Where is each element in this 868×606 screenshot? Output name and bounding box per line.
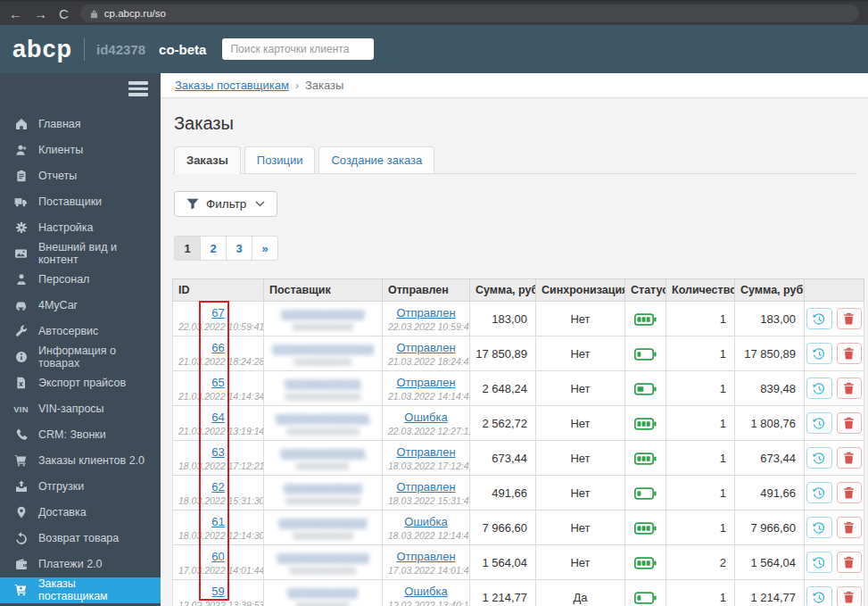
- breadcrumb-link-supplier-orders[interactable]: Заказы поставщикам: [175, 79, 289, 92]
- tab-создание-заказа[interactable]: Создание заказа: [318, 146, 434, 174]
- history-button[interactable]: [806, 308, 832, 329]
- order-id-link[interactable]: 64: [211, 411, 224, 424]
- sidebar-item-vin[interactable]: VINVIN-запросы: [0, 396, 161, 422]
- page-button-2[interactable]: 2: [200, 236, 227, 261]
- delete-button[interactable]: [837, 447, 863, 469]
- filter-button[interactable]: Фильтр: [174, 191, 277, 217]
- reload-icon[interactable]: C: [59, 7, 69, 21]
- sidebar-item-supplier-orders[interactable]: Заказы поставщикам: [0, 577, 161, 603]
- sidebar-item-label: Экспорт прайсов: [38, 377, 126, 389]
- sent-status-link[interactable]: Ошибка: [404, 585, 447, 598]
- sidebar-item-returns[interactable]: Возврат товара: [0, 526, 161, 552]
- order-id-link[interactable]: 63: [211, 445, 224, 459]
- supplier-cell: [264, 545, 383, 580]
- table-row: 6118.03.2022 12:14:30Ошибка18.03.2022 12…: [173, 511, 864, 545]
- sidebar-item-autoservice[interactable]: Автосервис: [0, 319, 161, 345]
- history-button[interactable]: [806, 586, 832, 606]
- sidebar-item-appearance[interactable]: Внешний вид и контент: [0, 241, 161, 267]
- sidebar-item-phone[interactable]: CRM: Звонки: [0, 422, 161, 448]
- history-button[interactable]: [806, 482, 832, 503]
- sync-value: Нет: [536, 371, 625, 406]
- history-button[interactable]: [806, 447, 832, 469]
- history-button[interactable]: [806, 343, 832, 364]
- delete-button[interactable]: [837, 378, 863, 399]
- history-button[interactable]: [806, 378, 832, 399]
- blurred-supplier-name: [287, 588, 358, 599]
- blurred-supplier-name: [277, 553, 368, 564]
- history-button[interactable]: [806, 552, 832, 573]
- delete-button[interactable]: [837, 586, 863, 606]
- delete-button[interactable]: [837, 482, 863, 503]
- battery-status-icon: [625, 476, 666, 511]
- order-id-link[interactable]: 67: [211, 306, 224, 320]
- sidebar-item-staff[interactable]: Персонал: [0, 267, 161, 293]
- order-id-link[interactable]: 59: [211, 585, 224, 598]
- order-id-link[interactable]: 65: [211, 376, 224, 389]
- order-id-link[interactable]: 60: [211, 550, 224, 563]
- sidebar-item-clients[interactable]: Клиенты: [0, 137, 161, 163]
- sent-status-link[interactable]: Отправлен: [396, 376, 455, 389]
- order-amount: 2 562,72: [470, 406, 536, 441]
- sent-status-link[interactable]: Отправлен: [396, 341, 455, 354]
- blurred-supplier-detail: [292, 323, 354, 331]
- delete-button[interactable]: [837, 343, 863, 364]
- blurred-supplier-name: [276, 414, 370, 425]
- appearance-icon: [13, 247, 29, 260]
- sidebar-item-label: Платежи 2.0: [38, 558, 103, 570]
- sent-status-link[interactable]: Отправлен: [396, 445, 455, 459]
- sidebar-item-cart[interactable]: Заказы клиентов 2.0: [0, 448, 161, 474]
- column-header: Статус: [625, 279, 666, 302]
- wallet-icon: [13, 558, 29, 570]
- sent-status-link[interactable]: Отправлен: [396, 480, 455, 494]
- order-amount-2: 183,00: [735, 302, 805, 336]
- order-id-link[interactable]: 61: [211, 515, 224, 528]
- order-amount: 491,66: [470, 476, 536, 511]
- page-button-3[interactable]: 3: [226, 236, 252, 261]
- sent-status-link[interactable]: Ошибка: [404, 515, 447, 528]
- delete-button[interactable]: [837, 517, 863, 538]
- sent-status-link[interactable]: Отправлен: [396, 550, 455, 563]
- hamburger-icon[interactable]: [128, 81, 148, 96]
- history-button[interactable]: [806, 412, 832, 434]
- vin-icon: VIN: [13, 404, 29, 414]
- tab-заказы[interactable]: Заказы: [174, 146, 241, 174]
- sidebar-item-info[interactable]: Информация о товарах: [0, 345, 161, 370]
- sidebar-item-export[interactable]: Экспорт прайсов: [0, 370, 161, 396]
- sidebar-item-shipments[interactable]: Отгрузки: [0, 474, 161, 500]
- battery-status-icon: [625, 406, 666, 441]
- page-button-»[interactable]: »: [252, 236, 278, 261]
- sidebar-item-car[interactable]: 4MyCar: [0, 293, 161, 319]
- sent-status-link[interactable]: Ошибка: [404, 411, 447, 424]
- delete-button[interactable]: [837, 552, 863, 573]
- column-header: [805, 279, 864, 302]
- forward-icon[interactable]: →: [34, 7, 47, 21]
- staff-icon: [13, 273, 29, 286]
- tab-позиции[interactable]: Позиции: [244, 146, 316, 174]
- sidebar-item-reports[interactable]: Отчеты: [0, 163, 161, 189]
- sent-status-link[interactable]: Отправлен: [396, 306, 455, 320]
- sidebar-item-label: VIN-запросы: [38, 403, 104, 415]
- delete-button[interactable]: [837, 308, 863, 329]
- blurred-supplier-detail: [286, 428, 360, 436]
- order-created-date: 18.03.2022 15:31:30: [178, 495, 258, 506]
- order-created-date: 21.03.2022 18:24:28: [178, 356, 258, 367]
- back-icon[interactable]: ←: [9, 7, 22, 21]
- history-icon: [812, 452, 826, 465]
- order-id-link[interactable]: 66: [211, 341, 224, 354]
- sent-date: 18.03.2022 12:14:49: [388, 530, 464, 541]
- order-amount-2: 1 214,77: [735, 580, 805, 606]
- address-bar[interactable]: cp.abcp.ru/so: [80, 4, 859, 22]
- blurred-supplier-name: [278, 519, 368, 529]
- sidebar-item-home[interactable]: Главная: [0, 112, 161, 137]
- client-card-search-input[interactable]: [222, 38, 374, 60]
- page-button-1[interactable]: 1: [174, 236, 201, 261]
- sidebar-item-label: Информация о товарах: [38, 345, 147, 369]
- history-button[interactable]: [806, 517, 832, 538]
- info-icon: [13, 351, 29, 363]
- sidebar-item-delivery[interactable]: Доставка: [0, 500, 161, 526]
- sidebar-item-settings[interactable]: Настройка: [0, 215, 161, 241]
- sidebar-item-wallet[interactable]: Платежи 2.0: [0, 552, 161, 577]
- order-id-link[interactable]: 62: [211, 480, 224, 494]
- delete-button[interactable]: [837, 412, 863, 434]
- sidebar-item-suppliers[interactable]: Поставщики: [0, 189, 161, 215]
